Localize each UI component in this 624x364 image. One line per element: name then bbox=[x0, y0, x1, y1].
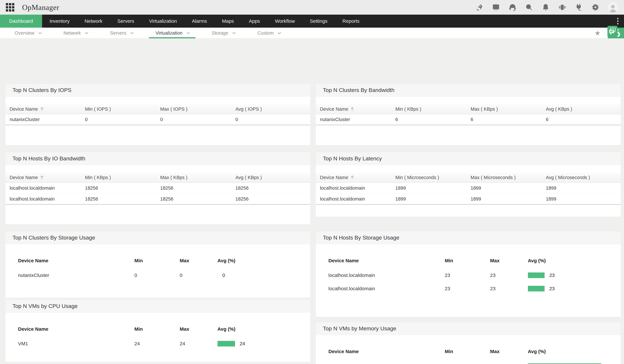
rocket-icon[interactable] bbox=[475, 3, 484, 12]
subnav-tab-servers[interactable]: Servers bbox=[104, 28, 139, 38]
plug-icon[interactable] bbox=[574, 3, 583, 12]
panel-top-n-hosts-by-io-bandwidth: Top N Hosts By IO Bandwidth Device Name … bbox=[5, 152, 311, 224]
column-label: Device Name bbox=[320, 106, 348, 112]
column-header-min[interactable]: Min ( IOPS ) bbox=[85, 106, 160, 112]
panel-top-n-hosts-by-latency: Top N Hosts By Latency Device Name Min (… bbox=[315, 152, 621, 217]
column-header-device-name[interactable]: Device Name bbox=[316, 175, 395, 180]
subnav-tab-storage[interactable]: Storage bbox=[205, 28, 241, 38]
nav-tab-maps[interactable]: Maps bbox=[214, 15, 241, 28]
column-header-min[interactable]: Min ( Microseconds ) bbox=[395, 175, 470, 180]
panel-header: Top N Hosts By IO Bandwidth bbox=[5, 152, 310, 165]
cell-device-name[interactable]: localhost.localdomain bbox=[316, 196, 395, 202]
chevron-down-icon bbox=[187, 31, 190, 34]
cell-device-name[interactable]: localhost.localdomain bbox=[328, 273, 445, 278]
table-row: localhost.localdomain 1899 1899 1899 bbox=[316, 183, 621, 194]
cell-avg-bar: 100 bbox=[528, 363, 621, 364]
cell-max: 24 bbox=[180, 341, 217, 346]
cell-max: 18256 bbox=[160, 196, 235, 202]
usage-value: 0 bbox=[222, 273, 225, 278]
cell-max: 100 bbox=[490, 363, 528, 364]
table-row: VM1 100 100 100 bbox=[316, 360, 621, 364]
headset-icon[interactable] bbox=[508, 3, 517, 12]
usage-value: 23 bbox=[549, 286, 555, 291]
column-header-avg[interactable]: Avg ( IOPS ) bbox=[235, 106, 310, 112]
nav-tab-alarms[interactable]: Alarms bbox=[184, 15, 214, 28]
column-header-avg[interactable]: Avg ( KBps ) bbox=[546, 106, 621, 112]
column-header-max: Max bbox=[490, 349, 528, 354]
subnav-tab-overview[interactable]: Overview bbox=[8, 28, 47, 38]
search-icon[interactable] bbox=[525, 3, 533, 12]
panel-title: Top N Clusters By Storage Usage bbox=[13, 234, 95, 241]
apps-grid-icon[interactable] bbox=[6, 3, 14, 12]
cell-min: 1899 bbox=[395, 196, 470, 202]
column-header-max[interactable]: Max ( IOPS ) bbox=[160, 106, 235, 112]
column-header-avg[interactable]: Avg ( KBps ) bbox=[235, 175, 310, 180]
cell-device-name[interactable]: VM1 bbox=[18, 341, 134, 346]
table-row: nutanixCluster 0 0 0 bbox=[5, 269, 310, 282]
nav-tab-apps[interactable]: Apps bbox=[241, 15, 267, 28]
column-header-max[interactable]: Max ( Microseconds ) bbox=[470, 175, 546, 180]
table-row: localhost.localdomain 18256 18256 18256 bbox=[5, 183, 310, 194]
panel-top-n-clusters-by-bandwidth: Top N Clusters By Bandwidth Device Name … bbox=[315, 83, 621, 145]
usage-bar bbox=[528, 286, 545, 291]
cell-device-name[interactable]: nutanixCluster bbox=[18, 273, 134, 278]
subnav-tab-custom[interactable]: Custom bbox=[251, 28, 287, 38]
panel-top-n-clusters-by-storage-usage: Top N Clusters By Storage Usage Device N… bbox=[5, 231, 311, 298]
cell-device-name[interactable]: localhost.localdomain bbox=[5, 196, 85, 202]
presentation-icon[interactable] bbox=[492, 3, 500, 12]
panel-header: Top N Clusters By Bandwidth bbox=[316, 84, 621, 97]
column-header-max[interactable]: Max ( KBps ) bbox=[470, 106, 546, 112]
column-header-min: Min bbox=[445, 258, 490, 263]
cell-max: 23 bbox=[490, 273, 528, 278]
table-row: VM1 24 24 24 bbox=[5, 337, 310, 350]
panel-title: Top N VMs by Memory Usage bbox=[323, 325, 396, 332]
chevron-down-icon bbox=[130, 31, 134, 34]
cell-device-name[interactable]: localhost.localdomain bbox=[316, 185, 395, 191]
column-header-device-name[interactable]: Device Name bbox=[316, 106, 395, 112]
cell-device-name[interactable]: localhost.localdomain bbox=[5, 185, 85, 191]
column-header-device-name[interactable]: Device Name bbox=[5, 106, 85, 112]
column-header-device-name[interactable]: Device Name bbox=[5, 175, 85, 180]
cell-device-name[interactable]: nutanixCluster bbox=[5, 117, 85, 122]
nav-tab-inventory[interactable]: Inventory bbox=[42, 15, 77, 28]
column-header-min[interactable]: Min ( KBps ) bbox=[395, 106, 470, 112]
chevron-down-icon bbox=[39, 31, 42, 34]
user-avatar[interactable] bbox=[608, 2, 618, 13]
cell-device-name[interactable]: localhost.localdomain bbox=[328, 286, 445, 291]
gear-icon[interactable] bbox=[591, 3, 600, 12]
cell-avg-bar: 24 bbox=[217, 341, 310, 347]
kebab-menu-icon[interactable] bbox=[612, 15, 624, 28]
nav-tab-settings[interactable]: Settings bbox=[302, 15, 335, 28]
panel-header: Top N Hosts By Storage Usage bbox=[316, 231, 621, 244]
nav-tab-reports[interactable]: Reports bbox=[335, 15, 367, 28]
nav-tab-dashboard[interactable]: Dashboard bbox=[0, 15, 42, 28]
star-icon[interactable]: ★ bbox=[587, 28, 608, 38]
nav-tab-virtualization[interactable]: Virtualization bbox=[142, 15, 184, 28]
mobile-icon[interactable] bbox=[558, 3, 567, 12]
table-row: nutanixCluster 0 0 0 bbox=[5, 114, 310, 125]
usage-value: 23 bbox=[549, 273, 555, 278]
cell-device-name[interactable]: VM1 bbox=[328, 363, 445, 364]
cell-avg: 1899 bbox=[546, 185, 621, 191]
table-header-row: Device Name Min ( IOPS ) Max ( IOPS ) Av… bbox=[5, 104, 310, 114]
nav-tab-servers[interactable]: Servers bbox=[110, 15, 142, 28]
bell-icon[interactable] bbox=[542, 3, 550, 12]
subnav-tab-network[interactable]: Network bbox=[57, 28, 94, 38]
cell-device-name[interactable]: nutanixCluster bbox=[316, 117, 395, 122]
cell-max: 1899 bbox=[470, 185, 546, 191]
panel-table: Device Name Min ( KBps ) Max ( KBps ) Av… bbox=[5, 173, 310, 205]
nav-tab-network[interactable]: Network bbox=[77, 15, 110, 28]
sort-icon bbox=[40, 107, 43, 111]
subnav-label: Servers bbox=[110, 30, 126, 36]
column-header-max[interactable]: Max ( KBps ) bbox=[160, 175, 235, 180]
panel-title: Top N Hosts By IO Bandwidth bbox=[13, 155, 85, 162]
column-header-avg[interactable]: Avg ( Microseconds ) bbox=[546, 175, 621, 180]
table-header-row: Device Name Min ( Microseconds ) Max ( M… bbox=[316, 173, 621, 183]
feedback-button[interactable] bbox=[607, 26, 618, 37]
nav-tab-workflow[interactable]: Workflow bbox=[267, 15, 302, 28]
column-header-min[interactable]: Min ( KBps ) bbox=[85, 175, 160, 180]
subnav-tab-virtualization[interactable]: Virtualization bbox=[149, 28, 195, 38]
panel-table: Device Name Min ( Microseconds ) Max ( M… bbox=[316, 173, 621, 205]
right-column: Top N Clusters By Bandwidth Device Name … bbox=[315, 77, 621, 364]
cell-avg: 18256 bbox=[235, 196, 310, 202]
